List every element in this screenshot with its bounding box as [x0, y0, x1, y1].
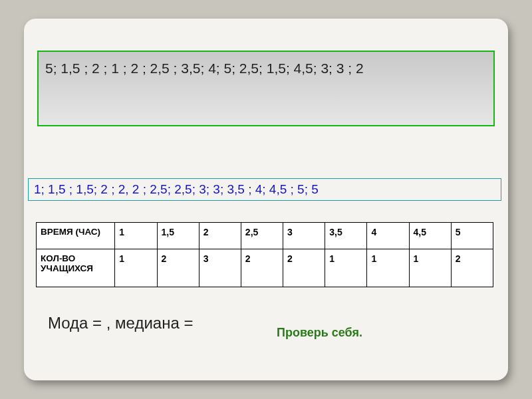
table-cell: 2 [283, 249, 325, 287]
table-cell: 3 [199, 249, 241, 287]
mode-median-formula: Мода = , медиана = [48, 314, 193, 332]
table-cell: 3,5 [325, 223, 367, 249]
table-cell: 1 [115, 249, 157, 287]
table-cell: 1 [409, 249, 451, 287]
table-cell: 2 [199, 223, 241, 249]
table-cell: 2,5 [241, 223, 283, 249]
slide: 5; 1,5 ; 2 ; 1 ; 2 ; 2,5 ; 3,5; 4; 5; 2,… [24, 19, 508, 380]
check-yourself-link[interactable]: Проверь себя. [277, 326, 362, 340]
table-cell: 3 [283, 223, 325, 249]
unsorted-sequence-box: 5; 1,5 ; 2 ; 1 ; 2 ; 2,5 ; 3,5; 4; 5; 2,… [37, 51, 495, 126]
table-cell: 2 [241, 249, 283, 287]
table-cell: 4 [367, 223, 409, 249]
sorted-sequence-text: 1; 1,5 ; 1,5; 2 ; 2, 2 ; 2,5; 2,5; 3; 3;… [34, 182, 319, 196]
table-cell: 1,5 [157, 223, 199, 249]
sorted-sequence-box: 1; 1,5 ; 1,5; 2 ; 2, 2 ; 2,5; 2,5; 3; 3;… [28, 178, 501, 201]
table-cell: 1 [325, 249, 367, 287]
table-cell: 1 [115, 223, 157, 249]
table-cell: 5 [451, 223, 493, 249]
table-cell: 2 [157, 249, 199, 287]
row-header-count: КОЛ-ВО УЧАЩИХСЯ [37, 249, 115, 287]
table-cell: 2 [451, 249, 493, 287]
frequency-table: ВРЕМЯ (ЧАС) 1 1,5 2 2,5 3 3,5 4 4,5 5 КО… [36, 222, 493, 287]
table-row: ВРЕМЯ (ЧАС) 1 1,5 2 2,5 3 3,5 4 4,5 5 [37, 223, 493, 249]
table-cell: 4,5 [409, 223, 451, 249]
unsorted-sequence-text: 5; 1,5 ; 2 ; 1 ; 2 ; 2,5 ; 3,5; 4; 5; 2,… [45, 61, 364, 76]
table-cell: 1 [367, 249, 409, 287]
row-header-time: ВРЕМЯ (ЧАС) [37, 223, 115, 249]
table-row: КОЛ-ВО УЧАЩИХСЯ 1 2 3 2 2 1 1 1 2 [37, 249, 493, 287]
